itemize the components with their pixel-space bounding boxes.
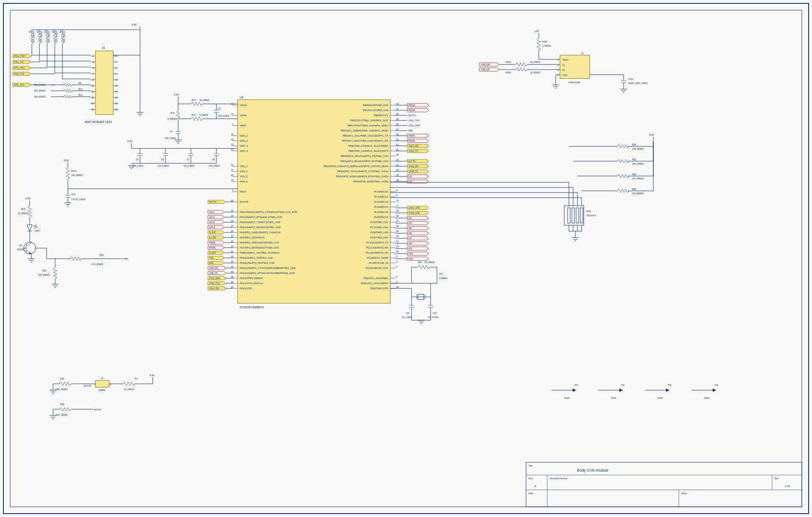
svg-text:R424: R424: [506, 61, 511, 63]
svg-text:10K_R0603: 10K_R0603: [34, 89, 45, 92]
svg-text:P3: P3: [668, 384, 672, 386]
svg-text:R114: R114: [71, 170, 76, 172]
svg-text:PB10/I2C2_SCL/USART3_TX/TIM2_C: PB10/I2C2_SCL/USART3_TX/TIM2_CH3: [341, 155, 389, 157]
svg-text:1.0A: 1.0A: [785, 485, 790, 487]
svg-text:0_R0603: 0_R0603: [168, 117, 176, 120]
c3: C3 104_C0603: [214, 104, 229, 119]
svg-text:Sheet: Sheet: [681, 492, 687, 495]
svg-text:104_C0603: 104_C0603: [165, 137, 176, 140]
svg-marker-519: [573, 388, 576, 392]
mcu-partno: STM32F103RBT6: [240, 306, 264, 309]
svg-text:ADC0: ADC0: [209, 211, 215, 213]
svg-text:3.3V: 3.3V: [64, 159, 69, 162]
svg-text:21: 21: [231, 235, 233, 238]
svg-text:R13: R13: [171, 112, 174, 114]
svg-text:PA0-WKUP/USART2_CTS/ADC0/TIM2_: PA0-WKUP/USART2_CTS/ADC0/TIM2_CH1_ETR: [240, 211, 297, 213]
svg-text:19: 19: [231, 143, 233, 146]
svg-text:10K_R0603: 10K_R0603: [71, 174, 83, 176]
svg-text:VDD_4: VDD_4: [240, 145, 248, 147]
svg-text:DI3: DI3: [409, 175, 412, 178]
svg-text:63: 63: [231, 174, 233, 176]
svg-text:PB6/I2C1_SCL/TIM4_CH1/USART1_T: PB6/I2C1_SCL/TIM4_CH1/USART1_TX: [342, 134, 388, 137]
svg-text:31: 31: [231, 164, 233, 166]
svg-text:Hole: Hole: [611, 397, 616, 399]
svg-text:D1: D1: [35, 225, 38, 228]
svg-text:BOOT0: BOOT0: [209, 201, 216, 203]
svg-text:R11: R11: [78, 94, 82, 96]
svg-text:27_C0603: 27_C0603: [428, 316, 438, 319]
svg-text:Q3: Q3: [19, 244, 22, 246]
svg-text:10K_R0603: 10K_R0603: [55, 31, 58, 42]
svg-text:PA5/SPI1_SCK/ADC5: PA5/SPI1_SCK/ADC5: [240, 236, 265, 239]
svg-text:0_R0603: 0_R0603: [542, 45, 551, 47]
svg-text:4: 4: [557, 74, 559, 76]
svg-text:P4: P4: [715, 384, 718, 386]
svg-text:Date: Date: [529, 492, 533, 495]
svg-text:10K_R0603: 10K_R0603: [63, 31, 65, 42]
svg-text:JTAG_TDI: JTAG_TDI: [209, 287, 219, 290]
svg-text:C9: C9: [406, 312, 409, 314]
svg-text:1M_R0603: 1M_R0603: [424, 261, 435, 263]
svg-text:PWM4: PWM4: [409, 109, 415, 112]
svg-text:BOOT1: BOOT1: [94, 408, 101, 411]
svg-text:VDD_1: VDD_1: [240, 134, 248, 137]
svg-text:+5V: +5V: [535, 30, 539, 32]
svg-text:46: 46: [231, 276, 233, 278]
svg-text:PB9/TIM4_CH4/I2C1_SDA/CANTX: PB9/TIM4_CH4/I2C1_SDA/CANTX: [348, 150, 388, 152]
svg-text:100K_R0603: 100K_R0603: [55, 388, 67, 391]
crystal-block: R24 1M_R0603 XT1 8.00MHz C9 27_C0603 C10…: [390, 261, 448, 324]
r26: R26 10K_R0603: [38, 267, 57, 279]
svg-text:PC8/TIM3_CH3: PC8/TIM3_CH3: [370, 231, 389, 234]
svg-text:ADC3: ADC3: [209, 226, 215, 229]
svg-text:DI2: DI2: [409, 222, 412, 224]
svg-text:18: 18: [231, 179, 233, 182]
svg-text:3: 3: [396, 260, 398, 263]
svg-text:PB13/SPI2_SCK/USART3_CTS/TIM1_: PB13/SPI2_SCK/USART3_CTS/TIM1_CH1N: [337, 170, 388, 173]
svg-text:1: 1: [232, 123, 233, 126]
svg-rect-500: [576, 208, 579, 223]
svg-text:PB0/ADC8/TIM3_CH3: PB0/ADC8/TIM3_CH3: [363, 104, 388, 106]
svg-text:PB3/JTDO/TIM2_CH2/SPI1_SCK: PB3/JTDO/TIM2_CH2/SPI1_SCK: [350, 119, 388, 122]
svg-text:48: 48: [231, 138, 233, 141]
svg-text:R1: R1: [135, 377, 138, 380]
svg-text:PC14/OSC32_IN: PC14/OSC32_IN: [369, 262, 388, 264]
title-text: Body CAN module: [577, 468, 608, 472]
mounting-holes: P1HoleP2HoleP3HoleP4Hole: [552, 384, 718, 399]
svg-text:42: 42: [231, 255, 233, 258]
svg-text:7: 7: [232, 189, 233, 192]
svg-text:10K_R0603: 10K_R0603: [632, 148, 644, 150]
svg-text:17: 17: [231, 225, 233, 227]
svg-text:5: 5: [396, 276, 398, 278]
svg-rect-501: [580, 208, 583, 223]
svg-text:PB5: PB5: [124, 257, 128, 260]
svg-text:R19: R19: [21, 208, 25, 210]
svg-text:32: 32: [231, 133, 233, 136]
svg-text:A: A: [535, 485, 536, 487]
svg-text:3.3V: 3.3V: [127, 140, 132, 143]
svg-text:DI1: DI1: [409, 217, 412, 219]
svg-text:PC10/USART3_TX: PC10/USART3_TX: [367, 241, 388, 244]
mcu-block: U4 STM32F103RBT6 12VDDA11VSSA1VBAT32VDD_…: [231, 96, 398, 309]
svg-text:B_LED: B_LED: [209, 236, 216, 239]
svg-text:50: 50: [231, 286, 233, 288]
svg-text:51: 51: [396, 240, 399, 243]
svg-text:LEDY: LEDY: [35, 229, 41, 232]
svg-text:R425: R425: [506, 71, 511, 74]
jtag-net-flags: JTAG_TRSTJTAG_TDIJTAG_TMSJTAG_TCKJTAG_TD…: [13, 54, 55, 87]
svg-text:PWM3: PWM3: [409, 104, 415, 106]
svg-text:R10: R10: [78, 88, 82, 90]
svg-text:VBAT: VBAT: [240, 124, 246, 127]
svg-text:41: 41: [231, 250, 233, 253]
svg-text:PB7/I2C1_SDA/TIM4_CH2/USART1_R: PB7/I2C1_SDA/TIM4_CH2/USART1_RX: [342, 140, 388, 142]
svg-text:4: 4: [396, 265, 398, 268]
svg-text:USB_DP: USB_DP: [481, 68, 490, 71]
svg-text:R98: R98: [632, 188, 636, 190]
svg-text:57: 57: [396, 128, 399, 131]
svg-text:3.3V: 3.3V: [174, 93, 179, 96]
r23: R23 4.7K_R0603: [70, 254, 104, 265]
svg-text:0_R0603: 0_R0603: [199, 114, 208, 116]
svg-text:JTAG_TDO: JTAG_TDO: [14, 84, 25, 86]
v33-jtag: 3.3V: [132, 23, 137, 26]
svg-text:49: 49: [231, 281, 233, 283]
svg-text:38: 38: [396, 225, 399, 227]
